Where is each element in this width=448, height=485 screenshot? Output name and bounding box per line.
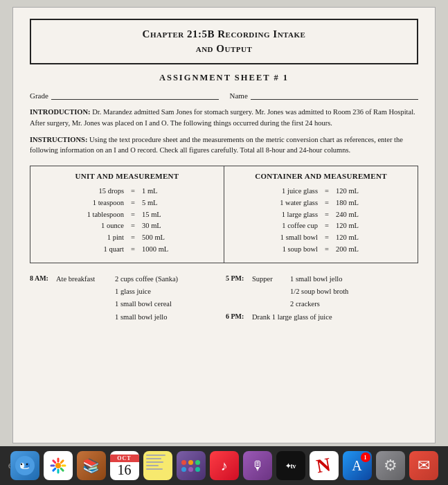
pm-item-2: 2 crackers: [290, 298, 320, 310]
container-eq: =: [322, 186, 332, 197]
svg-line-13: [53, 461, 55, 463]
appstore-badge: 1: [361, 452, 370, 462]
svg-point-3: [20, 464, 21, 465]
unit-left: 1 ounce: [74, 220, 124, 232]
photos-icon[interactable]: [44, 451, 73, 480]
row2: 1 glass juice 1/2 soup bowl broth: [30, 285, 418, 297]
dot-purple: [188, 467, 193, 472]
podcasts-icon[interactable]: 🎙: [243, 451, 272, 480]
container-right: 200 mL: [336, 244, 374, 256]
name-line: [251, 90, 418, 100]
document-page: Chapter 21:5B Recording Intake and Outpu…: [12, 7, 436, 443]
am-item-0: 2 cups coffee (Sanka): [115, 273, 226, 285]
unit-right: 1000 mL: [142, 244, 180, 256]
am-item-2: 1 small bowl cereal: [115, 298, 226, 310]
time-6pm: 6 PM:: [226, 311, 252, 323]
dot-red: [181, 460, 186, 465]
news-icon[interactable]: N: [310, 451, 339, 480]
pm-item-1: 1/2 soup bowl broth: [290, 285, 348, 297]
finder-icon[interactable]: [10, 451, 39, 480]
unit-right: 15 mL: [142, 209, 180, 221]
intro-text: INTRODUCTION: Dr. Marandez admitted Sam …: [30, 107, 418, 129]
unit-row: 1 pint=500 mL: [40, 232, 214, 244]
unit-right: 500 mL: [142, 232, 180, 244]
svg-point-14: [55, 463, 61, 468]
grade-line: [51, 90, 219, 100]
unit-left: 15 drops: [74, 186, 124, 197]
svg-line-9: [61, 468, 63, 470]
container-right: 120 mL: [336, 220, 374, 232]
container-eq: =: [322, 209, 332, 221]
grade-label: Grade: [30, 91, 48, 100]
container-left: 1 soup bowl: [268, 244, 318, 256]
dot-teal: [195, 467, 200, 472]
dot-row-1: [181, 460, 200, 465]
unit-row: 15 drops=1 mL: [40, 186, 214, 197]
unit-left: 1 pint: [74, 232, 124, 244]
svg-point-0: [15, 456, 35, 475]
notes-icon[interactable]: [143, 451, 172, 480]
dot-row-2: [181, 467, 200, 472]
appletv-icon[interactable]: ✦tv: [276, 451, 305, 480]
container-right: 120 mL: [336, 232, 374, 244]
unit-row: 1 tablespoon=15 mL: [40, 209, 214, 221]
dot-orange: [188, 460, 193, 465]
calendar-day: 16: [118, 462, 132, 477]
reminders-icon[interactable]: [177, 451, 206, 480]
assignment-title: ASSIGNMENT SHEET # 1: [30, 73, 418, 83]
unit-right: 30 mL: [142, 220, 180, 232]
appstore-icon[interactable]: A 1: [343, 451, 372, 480]
container-eq: =: [322, 197, 332, 209]
grade-name-row: Grade Name: [30, 90, 418, 100]
grade-field: Grade: [30, 90, 219, 100]
name-field: Name: [230, 90, 419, 100]
am-item-1: 1 glass juice: [115, 285, 226, 297]
taskbar: 640 📚: [0, 446, 448, 485]
row4: 1 small bowl jello 6 PM: Drank 1 large g…: [30, 311, 418, 323]
appletv-label: ✦tv: [285, 462, 296, 470]
unit-eq: =: [128, 186, 138, 197]
note-line-3: [146, 461, 163, 463]
label-6pm: Drank 1 large glass of juice: [252, 311, 332, 323]
unit-right: 5 mL: [142, 197, 180, 209]
dot-green: [195, 460, 200, 465]
news-n-icon: N: [315, 453, 332, 477]
svg-point-2: [26, 463, 30, 468]
note-line-4: [146, 465, 159, 466]
chapter-title: Chapter 21:5B Recording Intake and Outpu…: [30, 19, 418, 64]
pm-item-0: 1 small bowl jello: [290, 273, 343, 285]
container-left: 1 water glass: [268, 197, 318, 209]
unit-eq: =: [128, 232, 138, 244]
container-right: 240 mL: [336, 209, 374, 221]
svg-point-1: [20, 463, 24, 468]
activities-section: 8 AM: Ate breakfast 2 cups coffee (Sanka…: [30, 273, 418, 323]
unit-left: 1 quart: [74, 244, 124, 256]
container-row: 1 juice glass=120 mL: [234, 186, 408, 197]
unit-right: 1 mL: [142, 186, 180, 197]
supper-label: Supper: [252, 273, 290, 285]
appstore-symbol: A: [352, 458, 361, 474]
am-item-3: 1 small bowl jello: [115, 311, 226, 323]
container-measurement-header: CONTAINER AND MEASUREMENT: [234, 172, 408, 180]
ate-label: Ate breakfast: [56, 273, 115, 285]
unit-measurement-header: UNIT AND MEASUREMENT: [40, 172, 214, 180]
unit-left: 1 teaspoon: [74, 197, 124, 209]
books-icon[interactable]: 📚: [77, 451, 106, 480]
time-5pm: 5 PM:: [226, 273, 252, 285]
instructions-label: INSTRUCTIONS:: [30, 136, 87, 143]
calendar-icon[interactable]: OCT 16: [110, 451, 139, 480]
intro-label: INTRODUCTION:: [30, 108, 91, 116]
container-eq: =: [322, 232, 332, 244]
music-icon[interactable]: ♪: [210, 451, 239, 480]
container-measurement-col: CONTAINER AND MEASUREMENT 1 juice glass=…: [224, 166, 418, 263]
note-line-2: [146, 458, 161, 459]
mail-icon[interactable]: ✉: [409, 451, 438, 480]
system-preferences-icon[interactable]: ⚙: [376, 451, 405, 480]
container-right: 120 mL: [336, 186, 374, 197]
container-left: 1 large glass: [268, 209, 318, 221]
container-eq: =: [322, 220, 332, 232]
unit-row: 1 teaspoon=5 mL: [40, 197, 214, 209]
unit-left: 1 tablespoon: [74, 209, 124, 221]
note-line-1: [146, 455, 165, 456]
unit-measurement-col: UNIT AND MEASUREMENT 15 drops=1 mL1 teas…: [30, 166, 224, 263]
